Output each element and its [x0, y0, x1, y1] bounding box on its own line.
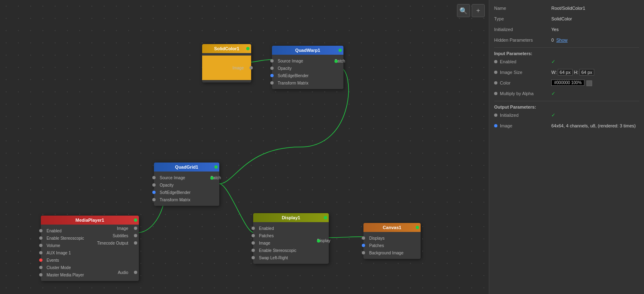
node-canvas[interactable]: 🔍 + SolidColor1 Image Q [0, 0, 489, 294]
node-header-quadwarp1: QuadWarp1 [272, 46, 343, 55]
node-mediaplayer1[interactable]: MediaPlayer1 Enabled Enable Stereoscopic… [41, 216, 139, 281]
prop-name-label: Name [494, 6, 551, 11]
port-enabled-in-d1[interactable] [252, 227, 255, 230]
node-display1[interactable]: Display1 Enabled Patches Image Enable St… [253, 213, 329, 264]
prop-enabled-dot [494, 60, 497, 63]
prop-color-label: Color [500, 80, 510, 85]
port-sourceimage-in[interactable] [270, 59, 274, 62]
color-swatch[interactable]: #000000 100% [551, 80, 584, 86]
status-indicator-mediaplayer1 [134, 218, 137, 222]
port-aux-in-mp[interactable] [39, 251, 42, 254]
port-soft-in-qg[interactable] [152, 191, 156, 194]
port-volume-in-mp[interactable] [39, 244, 42, 247]
prop-multiply-value: ✓ [551, 91, 639, 96]
status-indicator-solidcolor1 [246, 47, 250, 50]
port-events-in-mp[interactable] [39, 258, 42, 262]
port-display-out-d1[interactable] [317, 239, 320, 243]
properties-panel: Name Root/SolidColor1 Type SolidColor In… [489, 0, 644, 294]
port-timecode-out-mp[interactable] [134, 241, 137, 245]
prop-out-initialized-row: Initialized ✓ [494, 111, 639, 119]
node-solidcolor1[interactable]: SolidColor1 Image [202, 44, 251, 82]
prop-initialized-value: Yes [551, 27, 639, 32]
prop-imagesize-value: W: H: [551, 69, 639, 76]
prop-initialized-row: Initialized Yes [494, 25, 639, 33]
node-header-quadgrid1: QuadGrid1 [154, 163, 219, 172]
port-trans-in-qg[interactable] [152, 198, 156, 201]
prop-hidden-value: 0 Show [551, 38, 639, 42]
status-indicator-display1 [324, 216, 327, 219]
port-opacity-in[interactable] [270, 67, 274, 70]
prop-out-initialized-dot [494, 114, 497, 117]
port-src-in-qg[interactable] [152, 176, 156, 179]
color-picker-icon[interactable] [586, 80, 592, 86]
port-swap-in-d1[interactable] [252, 256, 255, 259]
prop-hidden-row: Hidden Parameters 0 Show [494, 36, 639, 44]
prop-imagesize-dot [494, 71, 497, 74]
zoom-icon: 🔍 [459, 7, 468, 15]
port-bgimage-in-c1[interactable] [362, 251, 365, 254]
port-softedge-in[interactable] [270, 74, 274, 77]
prop-type-row: Type SolidColor [494, 15, 639, 23]
port-audio-out-mp[interactable] [134, 271, 137, 274]
port-image-in-d1[interactable] [252, 241, 255, 245]
prop-multiply-dot [494, 92, 497, 95]
port-displays-in-c1[interactable] [362, 236, 365, 240]
port-master-in-mp[interactable] [39, 273, 42, 276]
node-quadgrid1[interactable]: QuadGrid1 Source Image Opacity SoftEdgeB… [154, 163, 219, 206]
prop-out-initialized-label: Initialized [500, 113, 519, 118]
prop-enabled-row: Enabled ✓ [494, 58, 639, 66]
port-patch-out[interactable] [334, 60, 338, 63]
node-preview-solidcolor1: Image [202, 56, 251, 80]
prop-hidden-label: Hidden Parameters [494, 38, 551, 42]
node-canvas1[interactable]: Canvas1 Displays Patches Background Imag… [363, 223, 421, 259]
status-indicator-quadgrid1 [214, 165, 218, 169]
prop-out-image-row: Image 64x64, 4 channels, u8, (rendered: … [494, 122, 639, 130]
input-params-title: Input Parameters: [494, 51, 639, 56]
node-body-quadgrid1: Source Image Opacity SoftEdgeBlender Tra… [154, 172, 219, 206]
node-header-display1: Display1 [253, 213, 329, 222]
port-enabled-in-mp[interactable] [39, 229, 42, 232]
port-patches-in-d1[interactable] [252, 234, 255, 237]
status-indicator-quadwarp1 [339, 49, 342, 52]
prop-imagesize-row: Image Size W: H: [494, 68, 639, 76]
image-size-w-input[interactable] [558, 69, 573, 76]
port-stereo-in-mp[interactable] [39, 236, 42, 240]
port-patch-out-qg[interactable] [210, 176, 214, 180]
add-node-button[interactable]: + [472, 4, 485, 17]
prop-imagesize-label: Image Size [500, 70, 522, 75]
prop-out-image-dot [494, 124, 497, 127]
port-subtitles-out-mp[interactable] [134, 234, 137, 237]
port-cluster-in-mp[interactable] [39, 266, 42, 269]
image-size-h-input[interactable] [579, 69, 594, 76]
prop-type-value: SolidColor [551, 16, 639, 21]
node-quadwarp1[interactable]: QuadWarp1 Source Image Opacity SoftEdgeB… [272, 46, 343, 89]
node-header-solidcolor1: SolidColor1 [202, 44, 251, 53]
canvas-toolbar: 🔍 + [457, 4, 485, 17]
prop-out-image-label: Image [500, 123, 513, 128]
node-header-canvas1: Canvas1 [363, 223, 421, 232]
prop-multiply-row: Multiply by Alpha ✓ [494, 89, 639, 98]
prop-color-dot [494, 81, 497, 85]
port-transform-in[interactable] [270, 81, 274, 85]
prop-enabled-value: ✓ [551, 59, 639, 65]
prop-show-link[interactable]: Show [556, 38, 568, 42]
prop-enabled-label: Enabled [500, 59, 516, 64]
port-patches-in-c1[interactable] [362, 244, 365, 247]
plus-icon: + [476, 7, 480, 14]
status-indicator-canvas1 [416, 226, 419, 229]
node-body-solidcolor1: Image [202, 53, 251, 82]
prop-color-row: Color #000000 100% [494, 79, 639, 87]
prop-type-label: Type [494, 16, 551, 21]
node-body-mediaplayer1: Enabled Enable Stereoscopic Volume AUX I… [41, 225, 139, 281]
node-header-mediaplayer1: MediaPlayer1 [41, 216, 139, 225]
prop-out-initialized-value: ✓ [551, 112, 639, 118]
port-image-out[interactable] [250, 66, 253, 69]
port-stereo-in-d1[interactable] [252, 249, 255, 252]
node-body-canvas1: Displays Patches Background Image [363, 232, 421, 259]
zoom-button[interactable]: 🔍 [457, 4, 470, 17]
node-body-quadwarp1: Source Image Opacity SoftEdgeBlender Tra… [272, 55, 343, 89]
port-opacity-in-qg[interactable] [152, 183, 156, 187]
port-image-out-mp[interactable] [134, 227, 137, 230]
prop-initialized-label: Initialized [494, 27, 551, 32]
node-body-display1: Enabled Patches Image Enable Stereoscopi… [253, 222, 329, 264]
